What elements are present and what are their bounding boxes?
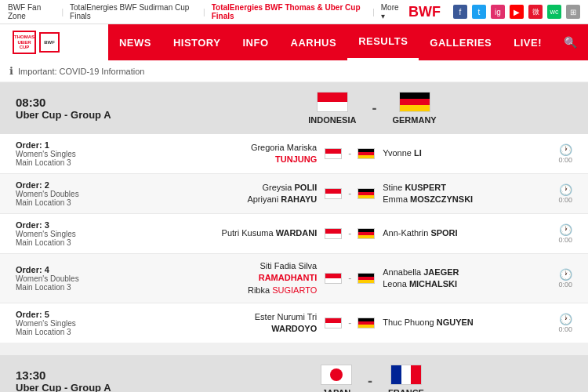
nav-history[interactable]: HISTORY: [162, 26, 232, 60]
row-location-1: Main Location 3: [16, 158, 141, 167]
other-icon[interactable]: ⊞: [566, 5, 580, 19]
flag-indonesia: [317, 92, 348, 112]
info-text: Important: COVID-19 Information: [18, 67, 144, 76]
vs-sep-1: -: [372, 100, 376, 117]
row-location-5: Main Location 3: [16, 328, 141, 336]
nav-live[interactable]: LIVE!: [503, 26, 553, 60]
match-teams-2: JAPAN - FRANCE: [172, 365, 572, 392]
nav-items: NEWS HISTORY INFO AARHUS RESULTS GALLERI…: [108, 24, 553, 60]
match-time-1: 08:30: [16, 96, 172, 109]
vs-sm-5: -: [348, 318, 351, 328]
team-japan: JAPAN: [321, 365, 352, 392]
flag-sm-de-1: [358, 148, 375, 159]
topbar-link-2[interactable]: TotalEnergies BWF Sudirman Cup Finals: [70, 3, 197, 20]
info-icon: ℹ: [9, 65, 13, 77]
row-time-icon-2: 🕐 0:00: [558, 183, 572, 204]
facebook-icon[interactable]: f: [453, 5, 467, 19]
team-name-japan: JAPAN: [322, 388, 350, 392]
main-nav: THOMASUBERCUP BWF NEWS HISTORY INFO AARH…: [0, 24, 588, 60]
vs-sm-4: -: [348, 273, 351, 284]
match-time-info-1: 08:30 Uber Cup - Group A: [16, 96, 172, 121]
row-players-1: Gregoria MariskaTUNJUNG - Yvonne LI: [141, 142, 558, 166]
row-order-3: Order: 3: [16, 220, 141, 230]
player-name-2a: Greysia POLII Apriyani RAHAYU: [247, 182, 317, 206]
topbar-link-3[interactable]: TotalEnergies BWF Thomas & Uber Cup Fina…: [212, 3, 366, 20]
match-group-2: 13:30 Uber Cup - Group A JAPAN -: [0, 355, 588, 392]
flag-germany: [399, 92, 430, 112]
nav-logo: THOMASUBERCUP BWF: [0, 24, 108, 60]
vs-sm-2: -: [348, 188, 351, 199]
match-score-1: 0:00: [558, 156, 572, 164]
row-players-3: Putri Kusuma WARDANI - Ann-Kathrin SPORI: [141, 227, 558, 239]
topbar-link-1[interactable]: BWF Fan Zone: [8, 3, 55, 20]
player-side-5a: Ester Nurumi TriWARDOYO: [207, 311, 317, 336]
row-time-icon-1: 🕐 0:00: [558, 143, 572, 164]
nav-galleries[interactable]: GALLERIES: [419, 26, 503, 60]
social-icons: f t ig ▶ 微 wc ⊞: [453, 5, 580, 19]
row-mid-flags-2: -: [325, 188, 375, 199]
topbar-more[interactable]: More ▾: [381, 3, 402, 20]
weibo-icon[interactable]: 微: [528, 5, 543, 19]
row-type-5: Women's Singles: [16, 319, 141, 328]
content: 08:30 Uber Cup - Group A INDONESIA - GER…: [0, 82, 588, 392]
row-type-3: Women's Singles: [16, 230, 141, 238]
team-france: FRANCE: [388, 365, 424, 392]
flag-sm-id-1: [325, 148, 342, 159]
nav-news[interactable]: NEWS: [108, 26, 162, 60]
row-order-2: Order: 2: [16, 180, 141, 190]
player-side-4a: Siti Fadia Silva RAMADHANTI Ribka SUGIAR…: [207, 260, 317, 296]
team-germany: GERMANY: [392, 92, 436, 125]
player-name-2b: Stine KUSPERT Emma MOSZCZYNSKI: [383, 182, 473, 206]
player-side-2a: Greysia POLII Apriyani RAHAYU: [207, 182, 317, 206]
row-order-1: Order: 1: [16, 140, 141, 150]
nav-aarhus[interactable]: AARHUS: [280, 26, 348, 60]
clock-icon-3: 🕐: [559, 223, 572, 236]
nav-results[interactable]: RESULTS: [347, 24, 419, 60]
instagram-icon[interactable]: ig: [491, 5, 505, 19]
match-time-info-2: 13:30 Uber Cup - Group A: [16, 368, 172, 392]
clock-icon-5: 🕐: [559, 313, 572, 325]
wechat-icon[interactable]: wc: [547, 5, 561, 19]
row-mid-flags-3: -: [325, 228, 375, 239]
bwf-logo: BWF: [408, 4, 441, 20]
player-side-5b: Thuc Phuong NGUYEN: [383, 317, 492, 328]
row-info-4: Order: 4 Women's Doubles Main Location 3: [16, 265, 141, 292]
spacer-1: [0, 343, 588, 349]
flag-france: [390, 365, 422, 385]
match-cup-1: Uber Cup - Group A: [16, 109, 172, 121]
row-order-4: Order: 4: [16, 265, 141, 274]
player-name-4a: Siti Fadia Silva RAMADHANTI Ribka SUGIAR…: [248, 260, 317, 296]
row-info-5: Order: 5 Women's Singles Main Location 3: [16, 310, 141, 336]
twitter-icon[interactable]: t: [472, 5, 486, 19]
row-time-icon-4: 🕐 0:00: [558, 268, 572, 289]
flag-sm-id-4: [325, 273, 342, 284]
match-cup-2: Uber Cup - Group A: [16, 382, 172, 392]
flag-japan: [321, 365, 352, 385]
player-side-1a: Gregoria MariskaTUNJUNG: [207, 142, 317, 166]
match-time-2: 13:30: [16, 368, 172, 382]
flag-sm-de-3: [358, 228, 375, 239]
team-indonesia: INDONESIA: [308, 92, 356, 125]
match-row-4: Order: 4 Women's Doubles Main Location 3…: [0, 254, 588, 303]
flag-sm-id-2: [325, 188, 342, 199]
row-time-icon-5: 🕐 0:00: [558, 313, 572, 333]
flag-sm-id-3: [325, 228, 342, 239]
row-mid-flags-4: -: [325, 273, 375, 284]
match-score-2: 0:00: [558, 196, 572, 204]
row-location-4: Main Location 3: [16, 283, 141, 292]
match-teams-1: INDONESIA - GERMANY: [172, 92, 572, 125]
player-name-1a: Gregoria MariskaTUNJUNG: [251, 142, 317, 166]
top-bar: BWF Fan Zone | TotalEnergies BWF Sudirma…: [0, 0, 588, 24]
row-players-5: Ester Nurumi TriWARDOYO - Thuc Phuong NG…: [141, 311, 558, 336]
player-side-2b: Stine KUSPERT Emma MOSZCZYNSKI: [383, 182, 492, 206]
player-side-4b: Annabella JAEGER Leona MICHALSKI: [383, 267, 492, 291]
youtube-icon[interactable]: ▶: [510, 5, 524, 19]
search-button[interactable]: 🔍: [553, 25, 588, 60]
match-row-2: Order: 2 Women's Doubles Main Location 3…: [0, 174, 588, 214]
logo-box-2: BWF: [39, 32, 60, 53]
info-bar: ℹ Important: COVID-19 Information: [0, 60, 588, 82]
row-mid-flags-1: -: [325, 148, 375, 159]
nav-info[interactable]: INFO: [231, 26, 279, 60]
row-info-2: Order: 2 Women's Doubles Main Location 3: [16, 180, 141, 207]
match-score-5: 0:00: [558, 325, 572, 333]
